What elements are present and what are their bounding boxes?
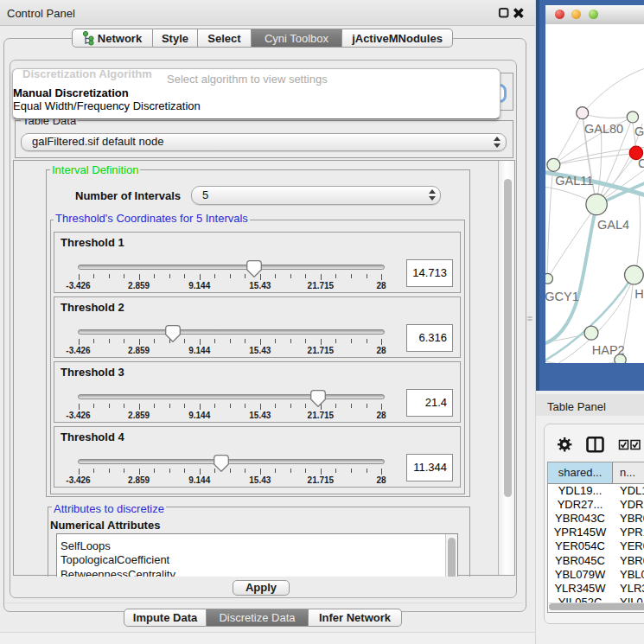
svg-text:GCY1: GCY1: [545, 290, 579, 303]
svg-text:GAL80: GAL80: [584, 122, 623, 136]
svg-text:H: H: [634, 287, 643, 301]
svg-text:GAL11: GAL11: [555, 174, 593, 188]
svg-text:HAP2: HAP2: [592, 343, 625, 357]
svg-text:GA: GA: [634, 124, 644, 138]
svg-text:GAL4: GAL4: [597, 218, 629, 232]
svg-text:C: C: [638, 156, 644, 170]
